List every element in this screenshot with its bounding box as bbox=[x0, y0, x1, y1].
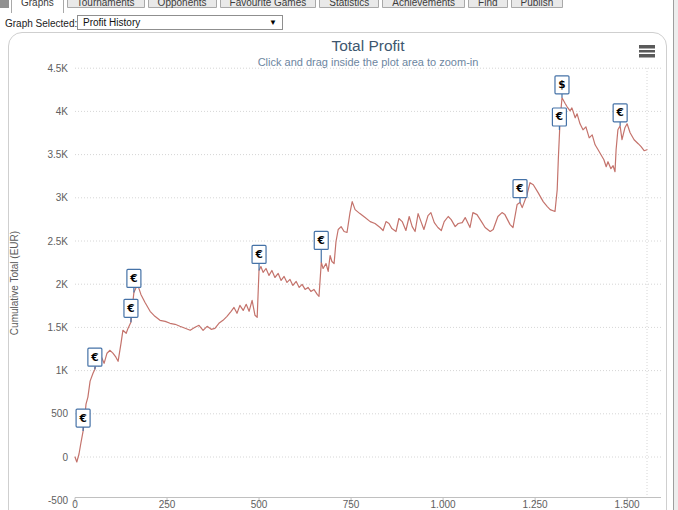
tab-statistics[interactable]: Statistics bbox=[319, 0, 379, 8]
page-right-edge bbox=[673, 0, 678, 510]
tab-tournaments[interactable]: Tournaments bbox=[67, 0, 145, 8]
y-axis-tick-label: 2.5K bbox=[0, 236, 68, 248]
euro-flag-marker[interactable]: € bbox=[552, 108, 566, 130]
y-axis-tick-label: 4.5K bbox=[0, 63, 68, 75]
euro-flag-marker[interactable]: € bbox=[314, 231, 328, 262]
y-axis-tick-label: 4K bbox=[0, 106, 68, 118]
chart-subtitle: Click and drag inside the plot area to z… bbox=[75, 56, 661, 68]
svg-text:$: $ bbox=[558, 78, 565, 90]
svg-text:€: € bbox=[317, 234, 325, 246]
y-axis-tick-label: 0 bbox=[0, 452, 68, 464]
y-axis-tick-label: 2K bbox=[0, 279, 68, 291]
svg-text:€: € bbox=[615, 106, 623, 118]
dollar-flag-marker[interactable]: $ bbox=[555, 76, 569, 98]
euro-flag-marker[interactable]: € bbox=[76, 409, 90, 431]
profit-line-series bbox=[75, 98, 647, 462]
tab-find[interactable]: Find bbox=[468, 0, 507, 8]
tab-favourite-games[interactable]: Favourite Games bbox=[220, 0, 317, 8]
svg-text:€: € bbox=[90, 351, 98, 363]
y-axis-tick-label: 3.5K bbox=[0, 149, 68, 161]
x-axis-tick-label: 500 bbox=[237, 499, 281, 510]
tab-bar: GraphsTournamentsOpponentsFavourite Game… bbox=[11, 0, 563, 13]
tab-achievements[interactable]: Achievements bbox=[382, 0, 465, 8]
x-axis-tick-label: 1.500 bbox=[605, 499, 649, 510]
x-axis-tick-label: 1.250 bbox=[513, 499, 557, 510]
chart-plot-area[interactable]: €€€€€€€€$€ bbox=[0, 0, 678, 510]
svg-text:€: € bbox=[129, 272, 137, 284]
svg-text:€: € bbox=[78, 412, 86, 424]
euro-flag-marker[interactable]: € bbox=[613, 104, 627, 126]
hamburger-menu-icon bbox=[639, 45, 655, 48]
y-axis-tick-label: 1K bbox=[0, 365, 68, 377]
svg-text:€: € bbox=[555, 110, 563, 122]
y-axis-tick-label: 1.5K bbox=[0, 322, 68, 334]
chart-title: Total Profit bbox=[75, 37, 661, 55]
tab-publish[interactable]: Publish bbox=[511, 0, 564, 8]
x-axis-tick-label: 0 bbox=[53, 499, 97, 510]
svg-text:€: € bbox=[126, 302, 134, 314]
y-axis-tick-label: 500 bbox=[0, 408, 68, 420]
svg-text:€: € bbox=[515, 182, 523, 194]
x-axis-tick-label: 1.000 bbox=[421, 499, 465, 510]
euro-flag-marker[interactable]: € bbox=[88, 348, 102, 369]
svg-text:€: € bbox=[254, 248, 262, 260]
tab-graphs[interactable]: Graphs bbox=[11, 0, 64, 13]
x-axis-tick-label: 250 bbox=[145, 499, 189, 510]
tab-opponents[interactable]: Opponents bbox=[148, 0, 217, 8]
x-axis-tick-label: 750 bbox=[329, 499, 373, 510]
y-axis-tick-label: 3K bbox=[0, 192, 68, 204]
export-menu-button[interactable] bbox=[639, 45, 657, 61]
euro-flag-marker[interactable]: € bbox=[252, 245, 266, 270]
euro-flag-marker[interactable]: € bbox=[124, 299, 138, 322]
